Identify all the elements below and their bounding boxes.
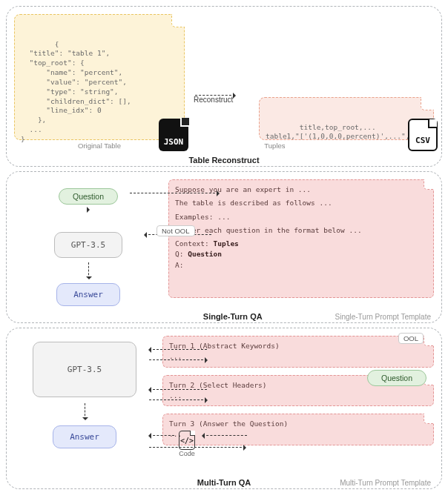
question-to-prompt-arrow [130,193,219,193]
down-arrow-icon [85,403,85,420]
turn-3-prompt: Turn 3 (Answer the Question) ... [162,414,434,445]
single-turn-prompt-template: Suppose you are an expert in ... The tab… [168,179,434,298]
question-pill-multi: Question [367,370,426,386]
gpt-block-multi: GPT-3.5 [33,342,136,397]
turn-1-prompt: Turn 1 (Abstract Keywords) ... [162,336,434,368]
panel-subtitle-single: Single-Turn Prompt Template [335,313,431,321]
prompt-turn-label: Turn 3 (Answer the Question) [169,419,427,429]
tuples-codebox: title,top_root,... table1,"['(1,0,0,0,pe… [259,97,434,140]
arrow-t2-to-gpt [149,389,207,390]
panel-table-reconstruct: { "title": "table 1", "top_root": { "nam… [6,6,442,167]
reconstruct-label: Reconstruct [194,96,233,104]
panel-subtitle-multi: Multi-Turn Prompt Template [340,479,431,487]
question-pill: Question [59,188,118,205]
tuples-code: title,top_root,... table1,"['(1,0,0,0,pe… [266,123,423,141]
prompt-turn-label: Turn 1 (Abstract Keywords) [169,341,427,351]
original-table-code: { "title": "table 1", "top_root": { "nam… [21,40,131,143]
answer-block-multi: Answer [53,425,116,448]
code-label: Code [179,450,195,457]
prompt-line: A: [175,260,427,271]
json-file-icon: JSON [159,119,188,151]
not-ool-tag: Not OOL [157,225,195,236]
arrow-t3-to-code [202,435,247,436]
ool-tag: OOL [398,333,424,344]
panel-single-turn-qa: Question GPT-3.5 Answer Suppose you are … [6,171,442,323]
arrow-t1-to-gpt [149,349,207,350]
prompt-line: The table is described as follows ... [175,198,427,208]
prompt-line: Suppose you are an expert in ... [175,185,427,195]
gpt-block: GPT-3.5 [54,232,122,258]
arrow-gpt-to-t3 [149,447,246,448]
panel-title-single: Single-Turn QA [203,312,263,321]
prompt-line: Answer each question in the format below… [175,225,427,236]
prompt-line: Examples: ... [175,212,427,222]
arrow-gpt-to-t2 [149,399,207,400]
reconstruct-arrow [195,95,235,96]
original-table-codebox: { "title": "table 1", "top_root": { "nam… [14,14,185,140]
down-arrow-icon [88,262,89,279]
panel-multi-turn-qa: GPT-3.5 Answer Turn 1 (Abstract Keywords… [6,328,442,489]
arrow-code-to-gpt [149,435,174,436]
arrow-gpt-to-t1 [149,359,207,360]
answer-block: Answer [56,283,120,306]
panel-title-reconstruct: Table Reconstruct [188,156,259,165]
csv-file-icon: CSV [408,119,438,151]
panel-title-multi: Multi-Turn QA [197,478,251,487]
